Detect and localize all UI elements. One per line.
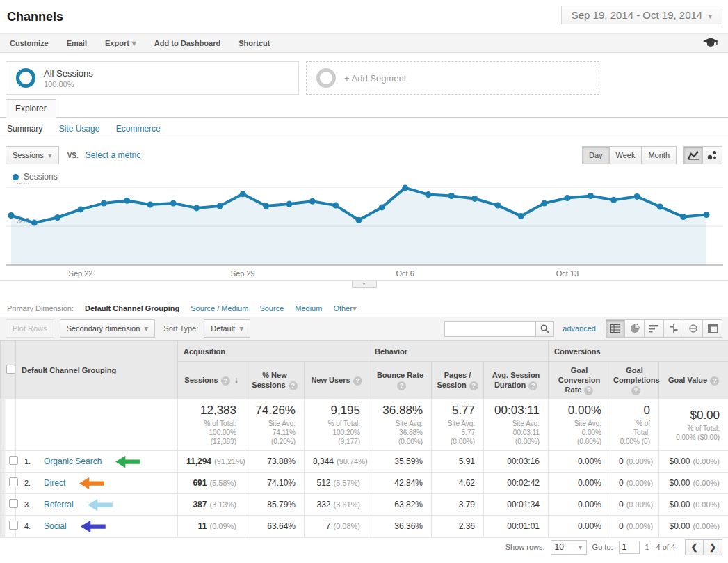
channel-link[interactable]: Social: [44, 521, 67, 531]
totals-avg-duration: 00:03:11Site Avg: 00:03:11 (0.00%): [484, 399, 549, 451]
column-header-goal-value[interactable]: Goal Value?: [659, 362, 728, 399]
comparison-view-button[interactable]: [664, 319, 683, 338]
advanced-search-link[interactable]: advanced: [563, 324, 596, 333]
cell-new-users: 7(0.08%): [305, 516, 369, 537]
chart-type-buttons: [683, 146, 722, 164]
help-icon[interactable]: ?: [631, 386, 640, 395]
cell-goal-completions: 0(0.00%): [610, 473, 659, 494]
show-rows-select[interactable]: 10: [551, 540, 587, 555]
column-header-new-sessions[interactable]: % New Sessions?: [245, 362, 305, 399]
help-icon[interactable]: ?: [584, 386, 593, 395]
metric-selector-dropdown[interactable]: Sessions: [6, 146, 59, 164]
dimension-other-menu[interactable]: Other: [333, 303, 357, 313]
granularity-day-button[interactable]: Day: [582, 146, 610, 164]
dimension-source-medium[interactable]: Source / Medium: [191, 304, 248, 312]
row-dimension-cell: 2. Direct: [16, 473, 178, 494]
segment-title: All Sessions: [44, 68, 93, 79]
goto-label: Go to:: [592, 543, 613, 551]
dimension-column-header[interactable]: Default Channel Grouping: [16, 341, 178, 399]
term-cloud-view-button[interactable]: [683, 319, 703, 338]
column-label: New Users: [311, 376, 350, 384]
channels-data-table: Default Channel Grouping Acquisition Beh…: [0, 340, 728, 537]
dimension-source[interactable]: Source: [259, 304, 284, 312]
channel-link[interactable]: Organic Search: [44, 457, 102, 466]
percentage-view-button[interactable]: [625, 319, 645, 338]
help-icon[interactable]: ?: [289, 381, 298, 390]
channel-link[interactable]: Direct: [44, 478, 65, 488]
dimension-default-channel-grouping[interactable]: Default Channel Grouping: [85, 304, 179, 312]
date-range-value: Sep 19, 2014 - Oct 19, 2014: [572, 9, 702, 21]
performance-view-button[interactable]: [645, 319, 664, 338]
page-title: Channels: [7, 10, 63, 24]
legend-label: Sessions: [24, 172, 58, 182]
column-header-goal-completions[interactable]: Goal Completions?: [610, 362, 659, 399]
cell-bounce-rate: 36.36%: [369, 516, 432, 537]
cell-sessions: 691(5.58%): [178, 473, 245, 494]
left-arrow-icon: [76, 475, 106, 492]
select-all-checkbox[interactable]: [6, 365, 15, 374]
chevron-down-icon: [48, 150, 52, 160]
segment-ring-gray-icon: [316, 68, 336, 88]
sessions-chart-svg[interactable]: 300600Sep 22Sep 29Oct 6Oct 13: [0, 183, 728, 280]
cell-sessions: 11(0.09%): [178, 516, 245, 537]
report-header: Channels Sep 19, 2014 - Oct 19, 2014: [0, 0, 728, 33]
tab-explorer[interactable]: Explorer: [6, 99, 56, 118]
column-header-sessions[interactable]: Sessions?↓: [178, 362, 245, 399]
row-checkbox[interactable]: [9, 456, 18, 465]
sort-type-dropdown[interactable]: Default: [204, 319, 250, 338]
row-checkbox[interactable]: [9, 477, 18, 486]
help-icon[interactable]: ?: [397, 381, 406, 390]
add-to-dashboard-button[interactable]: Add to Dashboard: [154, 39, 220, 47]
subnav-summary[interactable]: Summary: [7, 124, 42, 134]
goto-page-input[interactable]: [619, 541, 640, 554]
granularity-month-button[interactable]: Month: [642, 146, 677, 164]
column-header-bounce-rate[interactable]: Bounce Rate?: [369, 362, 432, 399]
secondary-dimension-dropdown[interactable]: Secondary dimension: [60, 319, 156, 338]
search-button[interactable]: [536, 321, 554, 337]
chevron-down-icon: [708, 9, 712, 21]
column-header-avg-session-duration[interactable]: Avg. Session Duration?: [484, 362, 549, 399]
plot-rows-button[interactable]: Plot Rows: [6, 319, 54, 338]
row-checkbox[interactable]: [9, 521, 18, 530]
next-page-button[interactable]: ❯: [704, 539, 722, 555]
granularity-button-group: Day Week Month: [582, 146, 677, 164]
help-icon[interactable]: ?: [221, 376, 230, 386]
cell-goal-conv-rate: 0.00%: [549, 516, 610, 537]
chart-collapse-toggle[interactable]: ▾: [352, 281, 377, 288]
table-group-header-row: Default Channel Grouping Acquisition Beh…: [1, 341, 728, 362]
motion-chart-button[interactable]: [703, 146, 722, 164]
granularity-week-button[interactable]: Week: [610, 146, 642, 164]
row-checkbox[interactable]: [9, 499, 18, 508]
shortcut-button[interactable]: Shortcut: [238, 39, 270, 47]
totals-sessions: 12,383% of Total: 100.00% (12,383): [178, 399, 245, 451]
table-view-button[interactable]: [606, 319, 625, 338]
primary-dimension-bar: Primary Dimension: Default Channel Group…: [0, 290, 728, 317]
help-icon[interactable]: ?: [353, 376, 362, 386]
add-segment-button[interactable]: + Add Segment: [306, 61, 599, 95]
search-input[interactable]: [444, 321, 536, 337]
help-icon[interactable]: ?: [710, 376, 719, 386]
column-header-new-users[interactable]: New Users?: [305, 362, 369, 399]
graduation-cap-icon[interactable]: [703, 38, 718, 49]
export-menu[interactable]: Export: [105, 38, 136, 48]
chevron-down-icon: [144, 324, 148, 333]
table-row-direct: 2. Direct 691(5.58%) 74.10% 512(5.57%) 4…: [1, 473, 728, 494]
column-header-goal-conversion-rate[interactable]: Goal Conversion Rate?: [549, 362, 610, 399]
customize-button[interactable]: Customize: [10, 39, 49, 47]
email-button[interactable]: Email: [67, 39, 87, 47]
help-icon[interactable]: ?: [469, 381, 478, 390]
dimension-medium[interactable]: Medium: [295, 304, 322, 312]
line-chart-button[interactable]: [683, 146, 703, 164]
select-metric-link[interactable]: Select a metric: [86, 150, 140, 160]
prev-page-button[interactable]: ❮: [685, 539, 704, 555]
help-icon[interactable]: ?: [528, 381, 537, 390]
search-icon: [540, 324, 549, 333]
date-range-selector[interactable]: Sep 19, 2014 - Oct 19, 2014: [561, 6, 722, 24]
sessions-chart: 300600Sep 22Sep 29Oct 6Oct 13: [0, 183, 728, 280]
channel-link[interactable]: Referral: [44, 500, 74, 509]
subnav-ecommerce[interactable]: Ecommerce: [116, 124, 161, 134]
column-header-pages-session[interactable]: Pages / Session?: [432, 362, 484, 399]
segment-all-sessions[interactable]: All Sessions 100.00%: [6, 61, 299, 95]
subnav-site-usage[interactable]: Site Usage: [59, 124, 100, 134]
pivot-view-button[interactable]: [703, 319, 722, 338]
